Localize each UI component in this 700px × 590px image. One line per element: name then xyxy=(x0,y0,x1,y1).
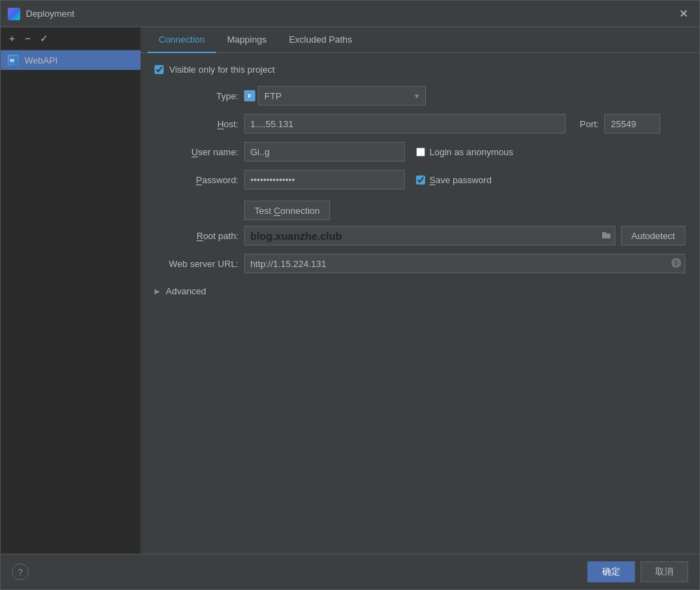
browse-folder-button[interactable] xyxy=(600,230,613,241)
confirm-button[interactable]: ✓ xyxy=(37,31,51,45)
test-connection-wrapper: Test Connection xyxy=(155,198,685,226)
type-row: Type: F FTP SFTP Local or mounted folder… xyxy=(155,86,685,106)
help-button[interactable]: ? xyxy=(12,563,29,580)
webapi-icon: W xyxy=(8,55,19,66)
tab-connection[interactable]: Connection xyxy=(148,27,216,53)
app-icon xyxy=(8,8,20,20)
port-label: Port: xyxy=(580,119,599,129)
cancel-button[interactable]: 取消 xyxy=(641,561,688,582)
ftp-icon: F xyxy=(244,90,255,101)
autodetect-button[interactable]: Autodetect xyxy=(621,226,685,245)
advanced-arrow-icon: ▶ xyxy=(155,287,160,295)
visible-project-label[interactable]: Visible only for this project xyxy=(169,64,275,75)
username-label: User name: xyxy=(155,147,238,157)
root-path-input[interactable] xyxy=(244,226,615,245)
bottom-bar: ? 确定 取消 xyxy=(1,554,699,589)
ftp-icon-wrapper: F xyxy=(244,90,255,101)
root-path-row: Root path: Autodetect xyxy=(155,226,685,245)
globe-icon-button[interactable] xyxy=(670,258,683,270)
sidebar-item-webapi[interactable]: W WebAPI xyxy=(1,50,141,70)
web-server-url-label: Web server URL: xyxy=(155,259,238,269)
web-server-url-input[interactable] xyxy=(244,254,685,273)
root-path-input-wrapper xyxy=(244,226,615,245)
close-button[interactable]: ✕ xyxy=(675,6,692,22)
anonymous-label[interactable]: Login as anonymous xyxy=(429,147,513,157)
type-label: Type: xyxy=(155,91,238,101)
save-password-checkbox[interactable] xyxy=(416,175,425,185)
svg-text:W: W xyxy=(10,58,15,63)
tab-excluded-paths[interactable]: Excluded Paths xyxy=(278,27,363,53)
host-label: Host: xyxy=(155,119,238,129)
anonymous-checkbox[interactable] xyxy=(416,148,425,157)
add-button[interactable]: + xyxy=(6,31,17,45)
dialog-title: Deployment xyxy=(26,8,675,19)
visible-project-row: Visible only for this project xyxy=(155,64,685,75)
deployment-dialog: Deployment ✕ + − ✓ W WebAPI xyxy=(0,0,700,590)
host-input[interactable] xyxy=(244,114,566,134)
username-row: User name: Login as anonymous xyxy=(155,142,685,161)
password-row: Password: Save password xyxy=(155,170,685,189)
web-server-input-wrapper xyxy=(244,254,685,273)
advanced-label: Advanced xyxy=(166,286,206,296)
password-input[interactable] xyxy=(244,170,405,189)
tabs-bar: Connection Mappings Excluded Paths xyxy=(141,27,699,53)
advanced-row[interactable]: ▶ Advanced xyxy=(155,282,685,301)
ok-button[interactable]: 确定 xyxy=(587,561,635,582)
form-area: Visible only for this project Type: F FT… xyxy=(141,53,699,554)
username-input[interactable] xyxy=(244,142,405,161)
main-content: + − ✓ W WebAPI Connection xyxy=(1,27,699,554)
password-label: Password: xyxy=(155,175,238,185)
tab-mappings[interactable]: Mappings xyxy=(216,27,278,53)
title-bar: Deployment ✕ xyxy=(1,1,699,27)
sidebar-toolbar: + − ✓ xyxy=(1,27,141,50)
visible-project-checkbox[interactable] xyxy=(155,65,164,74)
root-path-label: Root path: xyxy=(155,231,238,241)
content-area: Connection Mappings Excluded Paths Visib… xyxy=(141,27,699,554)
host-row: Host: Port: xyxy=(155,114,685,134)
test-connection-button[interactable]: Test Connection xyxy=(244,201,330,220)
type-select-wrapper: F FTP SFTP Local or mounted folder ▼ xyxy=(244,86,426,106)
web-server-url-row: Web server URL: xyxy=(155,254,685,273)
sidebar-item-label: WebAPI xyxy=(24,55,57,66)
anon-row: Login as anonymous xyxy=(416,147,513,157)
save-password-row: Save password xyxy=(416,175,492,185)
save-password-label[interactable]: Save password xyxy=(429,175,492,185)
port-input[interactable] xyxy=(604,114,660,134)
remove-button[interactable]: − xyxy=(22,31,33,45)
sidebar: + − ✓ W WebAPI xyxy=(1,27,141,554)
type-select[interactable]: FTP SFTP Local or mounted folder xyxy=(258,86,426,106)
